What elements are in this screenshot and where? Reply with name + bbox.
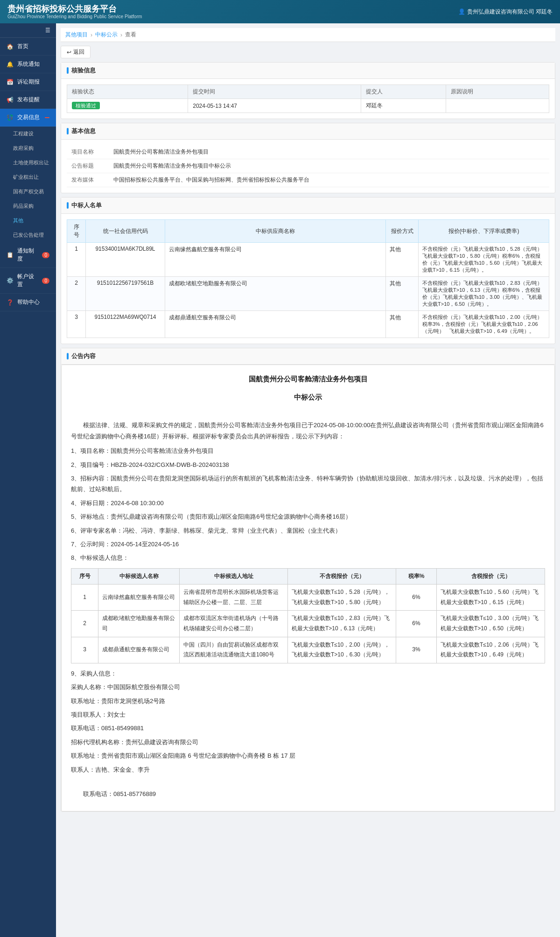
breadcrumb-sep-1: ›	[91, 32, 92, 38]
notify-icon: 📋	[7, 252, 14, 258]
verify-time-cell: 2024-05-13 14:47	[188, 99, 361, 113]
announcement-item-2: 2、项目编号：HBZB-2024-032/CGXM-DWB-B-20240313…	[71, 459, 545, 470]
winner-company-1: 云南缘然鑫航空服务有限公司	[165, 243, 386, 277]
winner-list-body: 序号 统一社会信用代码 中标供应商名称 报价方式 报价(中标价、下浮率或费率) …	[61, 214, 555, 344]
winner-table: 序号 统一社会信用代码 中标供应商名称 报价方式 报价(中标价、下浮率或费率) …	[67, 219, 549, 338]
sidebar-item-publish[interactable]: 📢 发布提醒	[0, 91, 56, 109]
basic-info-title: 基本信息	[71, 127, 96, 135]
announcement-item-14: 招标代理机构名称：贵州弘鼎建设咨询有限公司	[71, 737, 545, 747]
verification-body: 核验状态 提交时间 提交人 原因说明 核验通过 2024-05-13 14:47	[61, 79, 555, 119]
sidebar-item-land[interactable]: 土地使用权出让	[0, 155, 56, 170]
cand-col-price-ex: 不含税报价（元）	[288, 568, 396, 585]
back-button[interactable]: ↩ 返回	[61, 46, 91, 58]
winner-company-3: 成都鼎通航空服务有限公司	[165, 311, 386, 338]
sidebar-item-transaction[interactable]: 💱 交易信息	[0, 109, 56, 127]
cand-price-ex-3: 飞机最大业载数T≤10，2.00（元/吨），飞机最大业载数T>10，6.30（元…	[288, 637, 396, 663]
sidebar-item-govt-purchase[interactable]: 政府采购	[0, 141, 56, 155]
announcement-subtitle: 中标公示	[71, 391, 545, 403]
main-content: 其他项目 › 中标公示 › 查看 ↩ 返回 核验信息 核验状态 提交时间	[56, 23, 560, 937]
announcement-body: 国航贵州分公司客舱清洁业务外包项目 中标公示 根据法律、法规、规章和采购文件的规…	[61, 365, 555, 811]
cand-addr-1: 云南省昆明市昆明长水国际机场货客运辅助区办公楼一层、二层、三层	[180, 585, 288, 611]
sidebar-state-label: 国有产权交易	[13, 189, 44, 194]
announcement-item-3: 3、招标内容：国航贵州分公司在贵阳龙洞堡国际机场运行的所有航班的飞机客舱清洁业务…	[71, 473, 545, 495]
breadcrumb-item-1[interactable]: 其他项目	[65, 31, 88, 39]
winner-list-title: 中标人名单	[71, 201, 102, 210]
sidebar-home-label: 首页	[17, 42, 28, 50]
sidebar-item-help[interactable]: ❓ 帮助中心	[0, 294, 56, 311]
info-value-title: 国航贵州分公司客舱清洁业务外包项目中标公示	[109, 159, 549, 173]
user-icon: 👤	[458, 8, 465, 15]
header: 贵州省招标投标公共服务平台 GuiZhou Province Tendering…	[0, 0, 560, 23]
transaction-badge	[45, 117, 49, 118]
winner-price-3: 不含税报价（元）飞机最大业载Ts10，2.00（元/吨）税率3%，含税报价（元）…	[419, 311, 549, 338]
announcement-header: 公告内容	[61, 348, 555, 365]
sidebar-notice-label: 系统通知	[17, 60, 40, 68]
winner-col-no: 序号	[67, 220, 86, 243]
winner-col-price: 报价(中标价、下浮率或费率)	[419, 220, 549, 243]
candidate-table: 序号 中标候选人名称 中标候选人地址 不含税报价（元） 税率% 含税报价（元） …	[71, 568, 545, 663]
sidebar-item-state-assets[interactable]: 国有产权交易	[0, 184, 56, 199]
sidebar-item-period[interactable]: 📅 诉讼期报	[0, 73, 56, 91]
winner-method-1: 其他	[386, 243, 419, 277]
sidebar-period-label: 诉讼期报	[17, 78, 40, 86]
help-icon: ❓	[7, 299, 14, 306]
winner-no-2: 2	[67, 277, 86, 311]
home-icon: 🏠	[7, 43, 14, 50]
sidebar-toggle[interactable]: ☰	[0, 23, 56, 38]
verify-status-cell: 核验通过	[67, 99, 188, 113]
info-table: 项目名称 国航贵州分公司客舱清洁业务外包项目 公告标题 国航贵州分公司客舱清洁业…	[67, 145, 549, 187]
cand-price-ex-1: 飞机最大业载数T≤10，5.28（元/吨），飞机最大业载数T>10，5.80（元…	[288, 585, 396, 611]
cand-no-1: 1	[71, 585, 98, 611]
info-value-name: 国航贵州分公司客舱清洁业务外包项目	[109, 145, 549, 159]
sidebar-item-home[interactable]: 🏠 首页	[0, 38, 56, 56]
sidebar-item-notification[interactable]: 📋 通知制度 0	[0, 242, 56, 268]
info-value-media: 中国招标投标公共服务平台、中国采购与招标网、贵州省招标投标公共服务平台	[109, 173, 549, 187]
winner-col-code: 统一社会信用代码	[86, 220, 165, 243]
cand-addr-3: 中国（四川）自由贸易试验区成都市双流区西航港活动流通物流大道1080号	[180, 637, 288, 663]
announcement-item-5: 5、评标地点：贵州弘鼎建设咨询有限公司（贵阳市观山湖区金阳南路6号世纪金源购物中…	[71, 511, 545, 522]
announcement-item-4: 4、评标日期：2024-6-08 10:30:00	[71, 498, 545, 508]
notification-badge: 0	[42, 252, 49, 258]
back-icon: ↩	[67, 49, 71, 56]
announcement-item-9: 9、采购人信息：	[71, 668, 545, 679]
announcement-item-1: 1、项目名称：国航贵州分公司客舱清洁业务外包项目	[71, 445, 545, 456]
winner-list-header: 中标人名单	[61, 197, 555, 214]
announcement-item-13: 联系电话：0851-85499881	[71, 723, 545, 733]
cand-no-2: 2	[71, 611, 98, 637]
verify-col-status: 核验状态	[67, 85, 188, 99]
winner-method-3: 其他	[386, 311, 419, 338]
announcement-card: 公告内容 国航贵州分公司客舱清洁业务外包项目 中标公示 根据法律、法规、规章和采…	[61, 348, 555, 812]
announcement-item-15: 联系地址：贵州省贵阳市观山湖区金阳南路 6 号世纪金源购物中心商务楼 B 栋 1…	[71, 750, 545, 761]
announcement-item-8: 8、中标候选人信息：	[71, 552, 545, 563]
winner-code-1: 91534001MA6K7DL89L	[86, 243, 165, 277]
sidebar-user-label: 帐户设置	[17, 273, 38, 289]
sidebar-item-complaint[interactable]: 已发公告处理	[0, 228, 56, 242]
sidebar-transaction-label: 交易信息	[17, 113, 40, 121]
verification-table: 核验状态 提交时间 提交人 原因说明 核验通过 2024-05-13 14:47	[67, 85, 549, 113]
sidebar-item-user-settings[interactable]: ⚙️ 帐户设置 0	[0, 268, 56, 294]
sidebar-other-label: 其他	[13, 218, 23, 223]
basic-info-card: 基本信息 项目名称 国航贵州分公司客舱清洁业务外包项目 公告标题 国航贵州分公司…	[61, 123, 555, 193]
header-right: 👤 贵州弘鼎建设咨询有限公司 邓廷冬	[458, 8, 553, 16]
sidebar-item-mining[interactable]: 矿业权出让	[0, 170, 56, 184]
sidebar-item-engineering[interactable]: 工程建设	[0, 127, 56, 141]
winner-price-1: 不含税报价（元）飞机最大业载Ts10，5.28（元/吨）飞机最大业载T>10，5…	[419, 243, 549, 277]
verify-submitter-cell: 邓廷冬	[361, 99, 446, 113]
announcement-item-11: 联系地址：贵阳市龙洞堡机场2号路	[71, 696, 545, 706]
cand-price-inc-1: 飞机最大业载数T≤10，5.60（元/吨）飞机最大业载数T>10，6.15（元/…	[437, 585, 545, 611]
sidebar-item-other[interactable]: 其他	[0, 213, 56, 228]
verification-card: 核验信息 核验状态 提交时间 提交人 原因说明	[61, 62, 555, 119]
announcement-item-7: 7、公示时间：2024-05-14至2024-05-16	[71, 539, 545, 550]
sidebar-medicine-label: 药品采购	[13, 203, 34, 209]
user-badge: 0	[42, 278, 49, 284]
sidebar-item-medicine[interactable]: 药品采购	[0, 199, 56, 213]
winner-company-2: 成都欧堵航空地勤服务有限公司	[165, 277, 386, 311]
info-label-media: 发布媒体	[67, 173, 109, 187]
sidebar-item-notice[interactable]: 🔔 系统通知	[0, 56, 56, 73]
cand-col-name: 中标候选人名称	[98, 568, 180, 585]
winner-code-3: 91510122MA69WQ0714	[86, 311, 165, 338]
announcement-para-0: 根据法律、法规、规章和采购文件的规定，国航贵州分公司客舱清洁业务外包项目已于20…	[71, 420, 545, 442]
breadcrumb-item-2[interactable]: 中标公示	[95, 31, 118, 39]
sidebar-govt-label: 政府采购	[13, 145, 34, 151]
info-label-name: 项目名称	[67, 145, 109, 159]
